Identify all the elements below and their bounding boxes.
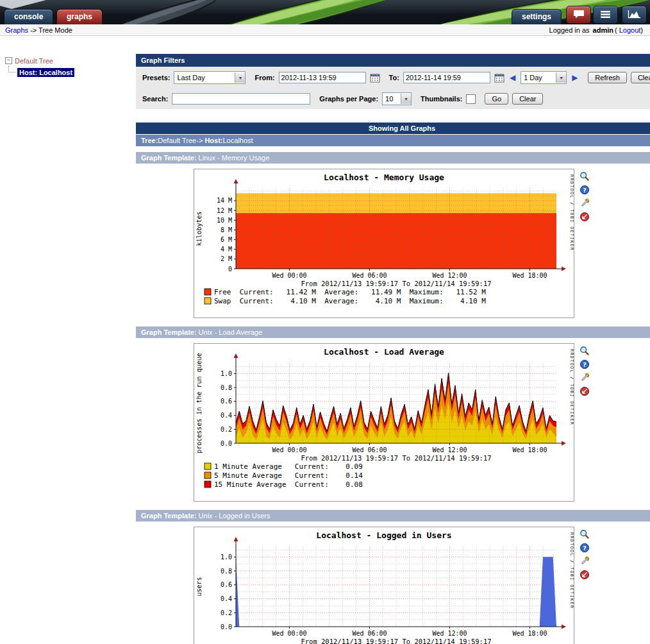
svg-text:kilobytes: kilobytes: [196, 211, 203, 246]
graph-alert-icon[interactable]: [579, 212, 590, 222]
tree-item-label[interactable]: Default Tree: [15, 57, 53, 65]
clear-button[interactable]: Clear: [631, 72, 650, 83]
graph-edit-icon[interactable]: [579, 373, 590, 383]
logout-link[interactable]: Logout: [619, 26, 641, 34]
svg-text:Wed 18:00: Wed 18:00: [512, 446, 547, 453]
svg-text:?: ?: [583, 545, 587, 552]
svg-text:0: 0: [228, 266, 232, 273]
svg-text:0.0: 0.0: [221, 623, 232, 631]
shift-left-icon[interactable]: ◀: [510, 73, 515, 82]
shift-right-icon[interactable]: ▶: [572, 73, 578, 82]
svg-text:From 2012/11/13 19:59:17 To 20: From 2012/11/13 19:59:17 To 2012/11/14 1…: [301, 638, 491, 644]
tree-item-host-localhost[interactable]: Host: Localhost: [8, 66, 136, 77]
showing-all-graphs-bar: Showing All Graphs: [136, 123, 650, 134]
svg-text:Localhost - Logged in Users: Localhost - Logged in Users: [316, 530, 451, 540]
svg-text:0.8: 0.8: [221, 568, 232, 575]
graph-image[interactable]: 02 M4 M6 M8 M10 M12 M14 MWed 00:00Wed 06…: [194, 169, 574, 318]
svg-text:Wed 00:00: Wed 00:00: [272, 446, 306, 453]
tree-connector: [8, 66, 15, 72]
svg-text:?: ?: [583, 361, 587, 368]
svg-text:0.4: 0.4: [221, 412, 232, 419]
presets-label: Presets:: [142, 74, 170, 81]
svg-text:1.0: 1.0: [221, 554, 232, 561]
calendar-icon[interactable]: [370, 73, 380, 83]
menu-button[interactable]: [593, 6, 618, 24]
svg-text:Wed 12:00: Wed 12:00: [432, 630, 467, 637]
svg-text:12 M: 12 M: [217, 207, 232, 214]
graph-image[interactable]: 0.00.20.40.60.81.0Wed 00:00Wed 06:00Wed …: [194, 527, 574, 644]
svg-text:8 M: 8 M: [221, 226, 232, 233]
graph-template-bar: Graph Template:Linux - Memory Usage: [136, 152, 650, 164]
breadcrumb: Graphs -> Tree Mode: [5, 26, 74, 34]
tree-path-label: Tree:: [141, 137, 158, 144]
graph-actions: ?: [579, 171, 590, 222]
thumbnails-checkbox[interactable]: [466, 94, 476, 104]
graph-edit-icon[interactable]: [579, 198, 590, 208]
main-content: Graph Filters Presets: Last Day ▼ From: …: [136, 36, 650, 644]
zoom-icon[interactable]: [579, 529, 590, 539]
filter-row-dates: Presets: Last Day ▼ From: To: ◀ 1 Day: [136, 67, 650, 88]
from-date-input[interactable]: [279, 72, 366, 83]
graph-tree-sidebar: − Default Tree Host: Localhost: [0, 36, 136, 644]
svg-text:Wed 12:00: Wed 12:00: [432, 446, 467, 453]
graph-data-icon[interactable]: ?: [579, 543, 590, 553]
zoom-icon[interactable]: [579, 346, 590, 356]
svg-text:0.8: 0.8: [221, 384, 232, 391]
calendar-icon[interactable]: [494, 73, 504, 83]
svg-text:RRDTOOL / TOBI OETIKER: RRDTOOL / TOBI OETIKER: [569, 174, 574, 251]
tab-console[interactable]: console: [4, 9, 53, 24]
chart-button[interactable]: [622, 6, 647, 24]
filter-row-search: Search: Graphs per Page: 10 ▼ Thumbnails…: [136, 88, 650, 109]
menu-icon: [600, 10, 611, 20]
clear-search-button[interactable]: Clear: [512, 93, 543, 105]
graph-row: 0.00.20.40.60.81.0Wed 00:00Wed 06:00Wed …: [136, 521, 650, 644]
to-label: To:: [389, 74, 399, 81]
svg-text:Free Current: 11.42 M Aver: Free Current: 11.42 M Average: 11.49 M M…: [214, 288, 486, 296]
svg-text:15 Minute Average Current:: 15 Minute Average Current: 0.08: [214, 480, 363, 489]
svg-text:RRDTOOL / TOBI OETIKER: RRDTOOL / TOBI OETIKER: [569, 349, 574, 425]
svg-text:Localhost - Load Average: Localhost - Load Average: [324, 347, 444, 357]
tree-item-default-tree[interactable]: − Default Tree: [0, 55, 136, 66]
graph-data-icon[interactable]: ?: [579, 359, 590, 369]
interval-select[interactable]: 1 Day ▼: [521, 71, 567, 84]
svg-text:From 2012/11/13 19:59:17 To 20: From 2012/11/13 19:59:17 To 2012/11/14 1…: [301, 454, 491, 462]
tab-graphs[interactable]: graphs: [56, 9, 103, 24]
graphs-per-page-select[interactable]: 10 ▼: [382, 92, 412, 105]
to-date-input[interactable]: [403, 72, 490, 83]
graph-image[interactable]: 0.00.20.40.60.81.0Wed 00:00Wed 06:00Wed …: [194, 343, 574, 502]
collapse-icon[interactable]: −: [5, 57, 12, 64]
svg-text:0.4: 0.4: [221, 595, 232, 602]
graph-alert-icon[interactable]: [579, 570, 590, 580]
graph-edit-icon[interactable]: [579, 556, 590, 566]
svg-text:Wed 06:00: Wed 06:00: [352, 630, 387, 637]
svg-text:Wed 06:00: Wed 06:00: [352, 272, 387, 279]
graph-row: 02 M4 M6 M8 M10 M12 M14 MWed 00:00Wed 06…: [136, 164, 650, 321]
thumbnails-label: Thumbnails:: [421, 95, 462, 103]
svg-text:Wed 00:00: Wed 00:00: [272, 272, 306, 279]
graph-alert-icon[interactable]: [579, 386, 590, 396]
svg-text:Wed 06:00: Wed 06:00: [352, 446, 387, 453]
svg-text:Swap Current: 4.10 M Aver: Swap Current: 4.10 M Average: 4.10 M Max…: [214, 297, 486, 305]
tab-settings[interactable]: settings: [512, 9, 562, 24]
from-label: From:: [254, 74, 274, 81]
go-button[interactable]: Go: [485, 93, 508, 105]
refresh-button[interactable]: Refresh: [588, 72, 627, 83]
svg-text:0.2: 0.2: [221, 609, 232, 616]
breadcrumb-mode: -> Tree Mode: [30, 26, 72, 34]
graph-data-icon[interactable]: ?: [579, 185, 590, 195]
graph-template-bar: Graph Template:Unix - Logged in Users: [136, 510, 650, 521]
search-input[interactable]: [172, 93, 310, 105]
tree-host-label[interactable]: Host: Localhost: [17, 68, 74, 77]
tree-path-bar: Tree:Default Tree-> Host:Localhost: [136, 135, 650, 146]
svg-text:Wed 00:00: Wed 00:00: [272, 630, 306, 637]
svg-text:Wed 12:00: Wed 12:00: [432, 272, 467, 279]
svg-text:0.6: 0.6: [221, 581, 232, 588]
chat-button[interactable]: [566, 6, 591, 24]
search-label: Search:: [142, 95, 168, 103]
zoom-icon[interactable]: [579, 171, 590, 182]
svg-text:0.0: 0.0: [221, 440, 232, 447]
breadcrumb-graphs-link[interactable]: Graphs: [5, 26, 28, 34]
graph-actions: ?: [579, 529, 590, 580]
svg-text:1 Minute Average Current:: 1 Minute Average Current: 0.09: [214, 462, 363, 471]
presets-select[interactable]: Last Day ▼: [174, 71, 246, 84]
